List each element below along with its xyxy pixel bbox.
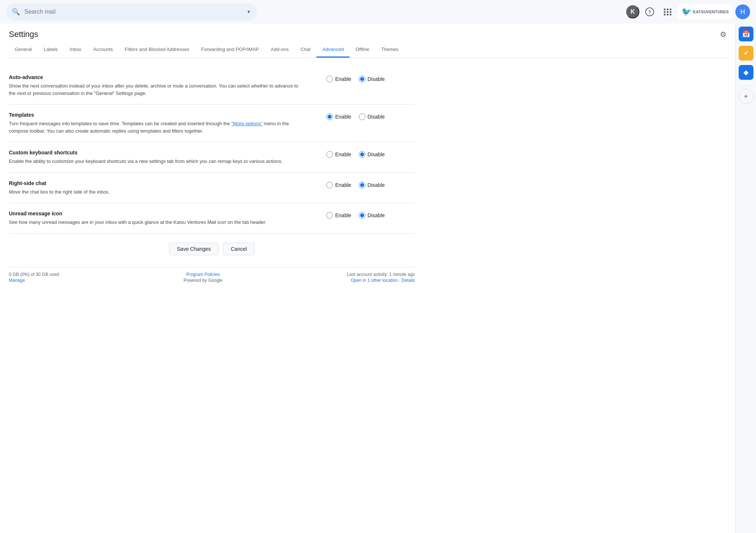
auto-advance-title: Auto-advance [9,74,317,80]
tab-forwarding[interactable]: Forwarding and POP/IMAP [195,42,265,58]
auto-advance-description: Show the next conversation instead of yo… [9,82,304,97]
keyboard-shortcuts-controls: Enable Disable [326,150,415,158]
settings-content: Auto-advance Show the next conversation … [9,58,415,295]
right-sidebar: 📅 ✔ ◆ + [735,24,756,533]
tab-offline[interactable]: Offline [350,42,375,58]
right-side-chat-disable-option[interactable]: Disable [359,182,385,188]
footer-left: 0 GB (0%) of 30 GB used Manage [9,272,59,283]
settings-title: Settings [9,30,38,39]
tab-filters[interactable]: Filters and Blocked Addresses [119,42,195,58]
keyboard-shortcuts-description: Enable the ability to customize your key… [9,158,304,165]
setting-info-unread-message-icon: Unread message icon See how many unread … [9,211,317,226]
templates-more-options-link[interactable]: "More options" [231,121,262,126]
auto-advance-enable-option[interactable]: Enable [326,76,351,82]
storage-text: 0 GB (0%) of 30 GB used [9,272,59,277]
templates-disable-radio[interactable] [359,113,365,120]
last-activity-text: Last account activity: 1 minute ago [347,272,415,277]
right-side-chat-enable-radio[interactable] [326,182,333,188]
keep-icon: ◆ [743,68,749,76]
search-bar[interactable]: 🔍 ▼ [6,3,257,20]
keyboard-shortcuts-enable-option[interactable]: Enable [326,151,351,158]
tab-accounts[interactable]: Accounts [87,42,118,58]
tab-inbox[interactable]: Inbox [64,42,87,58]
topbar-right: K ? 🐦 KATSUVENTU [626,4,750,19]
katsu-bird-icon: 🐦 [681,7,691,17]
right-side-chat-enable-label: Enable [335,182,351,188]
add-app-btn[interactable]: + [739,89,753,104]
settings-footer: 0 GB (0%) of 30 GB used Manage Program P… [9,267,415,286]
katsu-logo[interactable]: 🐦 KATSUVENTURES [678,4,732,19]
setting-row-unread-message-icon: Unread message icon See how many unread … [9,203,415,234]
auto-advance-disable-option[interactable]: Disable [359,76,385,82]
right-side-chat-enable-option[interactable]: Enable [326,182,351,188]
search-dropdown-icon[interactable]: ▼ [247,9,251,14]
action-buttons: Save Changes Cancel [9,234,415,267]
setting-row-auto-advance: Auto-advance Show the next conversation … [9,67,415,105]
keep-icon-btn[interactable]: ◆ [739,65,753,80]
user-avatar[interactable]: H [735,4,750,19]
unread-message-icon-title: Unread message icon [9,211,317,216]
auto-advance-disable-label: Disable [368,76,385,82]
open-location-link[interactable]: Open in 1 other location · Details [351,278,415,283]
unread-message-icon-disable-label: Disable [368,212,385,218]
settings-gear-icon[interactable]: ⚙ [720,30,726,39]
auto-advance-disable-radio[interactable] [359,76,365,82]
setting-row-keyboard-shortcuts: Custom keyboard shortcuts Enable the abi… [9,142,415,173]
templates-enable-option[interactable]: Enable [326,113,351,120]
tab-advanced[interactable]: Advanced [316,42,350,58]
setting-info-auto-advance: Auto-advance Show the next conversation … [9,74,317,97]
auto-advance-enable-radio[interactable] [326,76,333,82]
unread-message-icon-description: See how many unread messages are in your… [9,219,304,226]
keyboard-shortcuts-title: Custom keyboard shortcuts [9,150,317,156]
right-side-chat-description: Move the chat box to the right side of t… [9,188,304,196]
templates-disable-label: Disable [368,114,385,120]
save-changes-button[interactable]: Save Changes [169,243,219,255]
tab-addons[interactable]: Add-ons [265,42,295,58]
right-side-chat-disable-radio[interactable] [359,182,365,188]
keyboard-shortcuts-disable-label: Disable [368,151,385,157]
templates-enable-radio[interactable] [326,113,333,120]
templates-title: Templates [9,112,317,118]
templates-controls: Enable Disable [326,112,415,120]
right-side-chat-disable-label: Disable [368,182,385,188]
auto-advance-controls: Enable Disable [326,74,415,82]
help-icon: ? [645,7,654,16]
unread-message-icon-disable-option[interactable]: Disable [359,212,385,219]
unread-message-icon-enable-radio[interactable] [326,212,333,219]
sidebar-divider [742,86,750,86]
templates-disable-option[interactable]: Disable [359,113,385,120]
templates-enable-label: Enable [335,114,351,120]
search-input[interactable] [24,8,242,15]
cancel-button[interactable]: Cancel [223,243,255,255]
settings-container: Settings ⚙ General Labels Inbox Accounts… [0,24,735,533]
tab-themes[interactable]: Themes [375,42,405,58]
setting-info-keyboard-shortcuts: Custom keyboard shortcuts Enable the abi… [9,150,317,165]
calendar-icon-btn[interactable]: 📅 [739,27,753,41]
katsu-logo-text: KATSUVENTURES [693,10,729,14]
tab-chat[interactable]: Chat [295,42,316,58]
settings-header: Settings ⚙ [9,24,726,42]
unread-message-icon-controls: Enable Disable [326,211,415,219]
setting-info-templates: Templates Turn frequent messages into te… [9,112,317,134]
setting-row-right-side-chat: Right-side chat Move the chat box to the… [9,173,415,204]
program-policies-link[interactable]: Program Policies [186,272,220,277]
search-icon: 🔍 [12,8,20,16]
tab-labels[interactable]: Labels [38,42,63,58]
keyboard-shortcuts-disable-option[interactable]: Disable [359,151,385,158]
setting-row-templates: Templates Turn frequent messages into te… [9,105,415,142]
right-side-chat-title: Right-side chat [9,180,317,186]
tasks-icon-btn[interactable]: ✔ [739,46,753,61]
settings-tabs: General Labels Inbox Accounts Filters an… [9,42,726,58]
unread-message-icon-enable-label: Enable [335,212,351,218]
unread-message-icon-disable-radio[interactable] [359,212,365,219]
manage-link[interactable]: Manage [9,278,59,283]
keyboard-shortcuts-enable-radio[interactable] [326,151,333,158]
apps-icon-btn[interactable] [660,4,675,19]
tab-general[interactable]: General [9,42,38,58]
keyboard-shortcuts-disable-radio[interactable] [359,151,365,158]
k-account-icon[interactable]: K [626,5,639,18]
powered-by-text: Powered by Google [183,278,222,283]
topbar: 🔍 ▼ K ? [0,0,756,24]
help-icon-btn[interactable]: ? [642,4,657,19]
unread-message-icon-enable-option[interactable]: Enable [326,212,351,219]
